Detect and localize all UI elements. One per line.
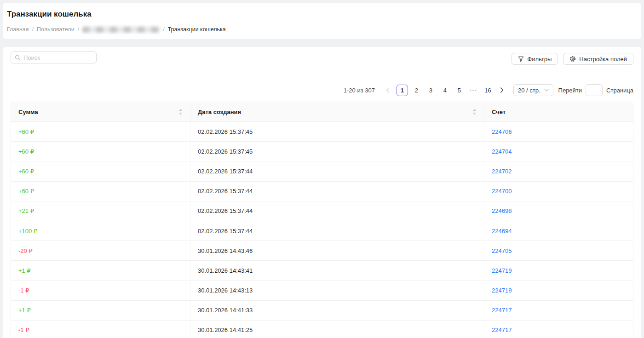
- amount-cell: +100 ₽: [11, 221, 190, 241]
- account-link[interactable]: 224717: [492, 307, 512, 314]
- date-cell: 02.02.2026 15:37:45: [190, 142, 484, 161]
- pagination-ellipsis[interactable]: •••: [468, 85, 479, 96]
- table-row: +1 ₽ 30.01.2026 14:43:41 224719: [11, 261, 633, 281]
- field-settings-button[interactable]: Настройка полей: [563, 53, 633, 65]
- table-row: -20 ₽ 30.01.2026 14:43:46 224705: [11, 241, 633, 261]
- filters-button[interactable]: Фильтры: [512, 53, 558, 65]
- amount-cell: +60 ₽: [11, 122, 190, 141]
- table-row: +21 ₽ 02.02.2026 15:37:44 224698: [11, 201, 633, 221]
- pagination-next-button[interactable]: [496, 85, 508, 96]
- breadcrumb: Главная / Пользователи / / Транзакции ко…: [7, 26, 637, 33]
- account-link[interactable]: 224706: [492, 128, 512, 135]
- amount-cell: +60 ₽: [11, 182, 190, 201]
- breadcrumb-item-home[interactable]: Главная: [7, 26, 29, 33]
- column-header-created-date-label: Дата создания: [198, 109, 241, 115]
- date-cell: 30.01.2026 14:43:41: [190, 261, 484, 280]
- amount-value: +60 ₽: [18, 168, 34, 175]
- amount-cell: +1 ₽: [11, 301, 190, 320]
- column-header-created-date[interactable]: Дата создания: [190, 102, 484, 122]
- amount-value: +100 ₽: [18, 228, 37, 235]
- amount-value: +1 ₽: [18, 307, 31, 314]
- page-header: Транзакции кошелька Главная / Пользовате…: [3, 3, 641, 39]
- amount-cell: +1 ₽: [11, 261, 190, 280]
- account-cell: 224705: [484, 241, 633, 260]
- pagination-prev-button[interactable]: [382, 85, 394, 96]
- pagination-page-16[interactable]: 16: [482, 85, 494, 96]
- account-cell: 224698: [484, 201, 633, 221]
- jump-to-page-input[interactable]: [586, 84, 603, 96]
- sort-carets-icon: [472, 109, 477, 115]
- amount-value: +60 ₽: [18, 148, 34, 155]
- amount-cell: +21 ₽: [11, 201, 190, 221]
- account-cell: 224704: [484, 142, 633, 161]
- account-link[interactable]: 224694: [492, 228, 512, 235]
- search-input[interactable]: [23, 54, 92, 61]
- pagination: 1-20 из 307 1 2 3 4 5 ••• 16 20 / стр. П…: [11, 84, 633, 96]
- chevron-right-icon: [500, 87, 504, 93]
- pagination-page-2[interactable]: 2: [411, 85, 422, 96]
- date-cell: 02.02.2026 15:37:44: [190, 221, 484, 241]
- date-cell: 02.02.2026 15:37:45: [190, 122, 484, 141]
- amount-cell: -1 ₽: [11, 281, 190, 300]
- date-cell: 30.01.2026 14:41:33: [190, 301, 484, 320]
- chevron-down-icon: [544, 89, 549, 92]
- account-link[interactable]: 224717: [492, 327, 512, 333]
- date-cell: 30.01.2026 14:43:46: [190, 241, 484, 260]
- account-cell: 224719: [484, 261, 633, 280]
- amount-value: +60 ₽: [18, 128, 34, 135]
- account-link[interactable]: 224704: [492, 148, 512, 155]
- amount-cell: -1 ₽: [11, 321, 190, 338]
- account-cell: 224694: [484, 221, 633, 241]
- table-row: +1 ₽ 30.01.2026 14:41:33 224717: [11, 301, 633, 321]
- amount-cell: -20 ₽: [11, 241, 190, 260]
- account-link[interactable]: 224698: [492, 207, 512, 214]
- pagination-page-3[interactable]: 3: [425, 85, 437, 96]
- account-link[interactable]: 224719: [492, 287, 512, 294]
- pagination-page-5[interactable]: 5: [454, 85, 465, 96]
- breadcrumb-item-redacted-user[interactable]: [82, 27, 160, 33]
- pagination-total: 1-20 из 307: [344, 87, 375, 94]
- table-row: -1 ₽ 30.01.2026 14:43:13 224719: [11, 281, 633, 301]
- page-title: Транзакции кошелька: [7, 9, 637, 19]
- date-cell: 02.02.2026 15:37:44: [190, 182, 484, 201]
- account-cell: 224706: [484, 122, 633, 141]
- page-size-value: 20 / стр.: [518, 87, 540, 94]
- account-link[interactable]: 224700: [492, 188, 512, 195]
- amount-value: +21 ₽: [18, 207, 34, 214]
- account-cell: 224700: [484, 182, 633, 201]
- date-cell: 02.02.2026 15:37:44: [190, 201, 484, 221]
- filter-funnel-icon: [518, 56, 524, 62]
- transactions-panel: Фильтры Настройка полей 1-20 из 307: [3, 47, 641, 338]
- amount-value: +1 ₽: [18, 267, 31, 274]
- date-cell: 02.02.2026 15:37:44: [190, 161, 484, 181]
- account-cell: 224717: [484, 321, 633, 338]
- column-header-account: Счет: [484, 102, 633, 122]
- account-cell: 224702: [484, 161, 633, 181]
- transactions-table: Сумма Дата создания Счет: [11, 102, 633, 338]
- sort-carets-icon: [178, 109, 183, 115]
- jump-to-page-label: Перейти: [558, 87, 582, 94]
- account-cell: 224719: [484, 281, 633, 300]
- amount-value: -1 ₽: [18, 327, 29, 333]
- table-row: +100 ₽ 02.02.2026 15:37:44 224694: [11, 221, 633, 241]
- amount-cell: +60 ₽: [11, 161, 190, 181]
- page-size-select[interactable]: 20 / стр.: [513, 84, 553, 96]
- breadcrumb-item-users[interactable]: Пользователи: [37, 26, 75, 33]
- amount-value: +60 ₽: [18, 188, 34, 195]
- column-header-account-label: Счет: [492, 109, 506, 115]
- toolbar-buttons: Фильтры Настройка полей: [512, 53, 633, 65]
- search-box[interactable]: [11, 52, 97, 63]
- filters-button-label: Фильтры: [527, 56, 552, 63]
- breadcrumb-separator: /: [163, 26, 164, 33]
- breadcrumb-separator: /: [78, 26, 79, 33]
- pagination-page-1[interactable]: 1: [397, 85, 408, 96]
- account-link[interactable]: 224719: [492, 267, 512, 274]
- account-link[interactable]: 224705: [492, 247, 512, 254]
- pagination-page-4[interactable]: 4: [439, 85, 451, 96]
- account-link[interactable]: 224702: [492, 168, 512, 175]
- account-cell: 224717: [484, 301, 633, 320]
- column-header-amount[interactable]: Сумма: [11, 102, 190, 122]
- breadcrumb-item-current: Транзакции кошелька: [168, 26, 226, 33]
- field-settings-button-label: Настройка полей: [579, 56, 627, 63]
- date-cell: 30.01.2026 14:43:13: [190, 281, 484, 300]
